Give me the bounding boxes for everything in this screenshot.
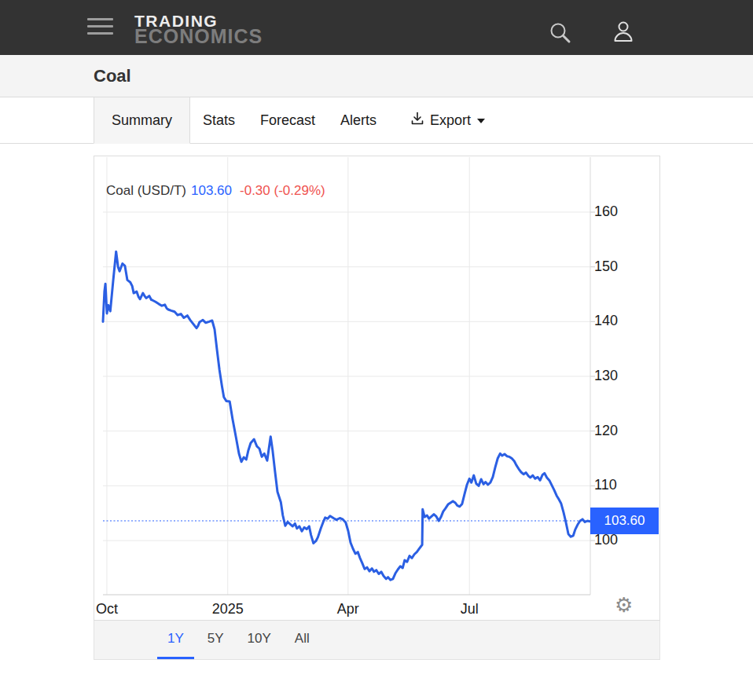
menu-icon[interactable] [87,18,113,37]
y-axis-label: 100 [594,532,641,548]
trading-economics-logo[interactable]: TRADING ECONOMICS [134,13,263,46]
y-axis-label: 130 [594,368,641,384]
x-axis-label: 2025 [204,601,252,618]
chevron-down-icon [477,119,485,123]
price-chart-plot[interactable] [103,157,590,595]
y-axis-label: 160 [594,203,641,220]
y-axis-label: 150 [594,258,641,275]
tab-summary[interactable]: Summary [94,97,190,144]
y-axis-label: 140 [594,313,641,329]
y-axis-label: 110 [594,477,641,493]
range-10y[interactable]: 10Y [237,621,281,659]
download-icon [410,111,425,130]
x-axis-label: Jul [446,601,493,618]
range-all[interactable]: All [285,621,320,659]
range-1y[interactable]: 1Y [157,621,194,659]
range-selector: 1Y 5Y 10Y All [94,621,660,660]
tab-bar: Summary Stats Forecast Alerts Export [0,97,753,144]
chart-last-price: 103.60 [191,183,232,198]
chart-title: Coal (USD/T)103.60-0.30 (-0.29%) [106,183,325,199]
tab-forecast[interactable]: Forecast [248,97,328,143]
price-line [103,251,590,580]
logo-line2: ECONOMICS [134,27,263,46]
x-axis-label: Apr [325,601,372,618]
page-title: Coal [94,66,131,86]
price-chart-card: Coal (USD/T)103.60-0.30 (-0.29%) 1601501… [94,156,660,621]
tab-alerts[interactable]: Alerts [328,97,389,143]
export-label: Export [430,112,471,129]
app-header: TRADING ECONOMICS [0,0,753,55]
chart-instrument-label: Coal (USD/T) [106,183,186,198]
chart-settings-gear-icon[interactable]: ⚙ [615,595,633,615]
export-dropdown[interactable]: Export [397,97,498,143]
y-axis-label: 120 [594,423,641,439]
chart-price-change: -0.30 (-0.29%) [240,183,325,198]
tab-stats[interactable]: Stats [190,97,248,143]
user-account-icon[interactable] [611,19,636,49]
x-axis-label: Oct [83,601,130,618]
current-price-badge: 103.60 [590,508,659,534]
search-icon[interactable] [548,20,573,49]
range-5y[interactable]: 5Y [197,621,234,659]
